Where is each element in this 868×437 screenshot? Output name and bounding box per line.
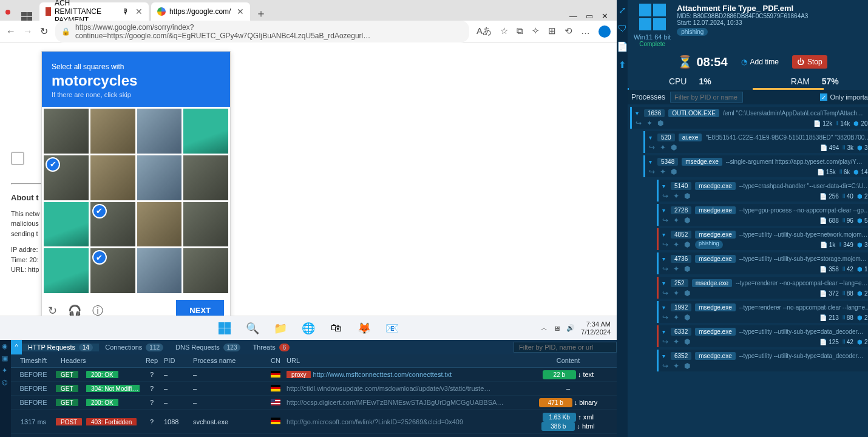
window-min-button[interactable]: — bbox=[569, 12, 577, 21]
tray-clock[interactable]: 7:34 AM 7/12/2024 bbox=[581, 320, 611, 336]
analysis-sidebar: ⤢ 🛡 📄 ⬆ Win11 64 bit Complete Attachment… bbox=[617, 0, 868, 437]
expand-icon[interactable]: ⤢ bbox=[617, 5, 628, 16]
process-row[interactable]: ▾6332msedge.exe--type=utility --utility-… bbox=[657, 325, 868, 347]
reload-button[interactable]: ↻ bbox=[40, 25, 48, 37]
translate-icon[interactable]: Aあ bbox=[476, 25, 492, 38]
http-tab[interactable]: HTTP Requests14 bbox=[22, 344, 99, 351]
upload-icon[interactable]: ⬆ bbox=[617, 59, 628, 70]
edge-icon[interactable]: 🌐 bbox=[301, 321, 316, 336]
process-row[interactable]: ▾520ai.exe"E8B51541-C22E-41E9-9BC9-51501… bbox=[643, 131, 868, 153]
store-icon[interactable]: 🛍 bbox=[329, 321, 344, 336]
back-button[interactable]: ← bbox=[6, 26, 16, 37]
captcha-cell[interactable] bbox=[137, 248, 182, 293]
window-max-button[interactable]: ▭ bbox=[586, 12, 593, 21]
more-icon[interactable]: … bbox=[581, 25, 590, 38]
cpu-gauge: CPU 1% bbox=[628, 73, 753, 90]
collapse-button[interactable]: ^ bbox=[11, 340, 22, 354]
new-tab-button[interactable]: ＋ bbox=[253, 6, 270, 21]
search-icon[interactable]: 🔍 bbox=[245, 321, 260, 336]
process-row[interactable]: ▾4736msedge.exe--type=utility --utility-… bbox=[657, 252, 868, 274]
stop-button[interactable]: ⏻Stop bbox=[792, 55, 827, 69]
http-row[interactable]: BEFOREGET304: Not Modifi…?––http://ctldl… bbox=[11, 382, 617, 396]
process-row[interactable]: ▾252msedge.exe--type=renderer --no-appco… bbox=[657, 277, 868, 299]
captcha-cell[interactable] bbox=[137, 155, 182, 200]
captcha-cell[interactable] bbox=[90, 155, 135, 200]
captcha-cell[interactable] bbox=[183, 202, 228, 247]
page-content: About t This netw malicious sending t IP… bbox=[0, 42, 617, 316]
chevron-up-icon[interactable]: ︿ bbox=[541, 324, 548, 333]
captcha-cell[interactable] bbox=[90, 202, 135, 247]
captcha-cell[interactable] bbox=[90, 109, 135, 154]
behind-content: About t This netw malicious sending t IP… bbox=[11, 152, 41, 275]
globe-icon[interactable]: ◉ bbox=[2, 342, 9, 350]
collections-icon[interactable]: ✧ bbox=[532, 25, 540, 38]
add-time-button[interactable]: ◔Add time bbox=[736, 55, 784, 69]
process-row[interactable]: ▾4852msedge.exe--type=utility --utility-… bbox=[657, 228, 868, 250]
attachment-title: Attachment File Type_ PDF.eml bbox=[677, 4, 868, 13]
profile-dot-icon bbox=[5, 10, 10, 15]
tab-mic-icon: 🎙 bbox=[122, 7, 129, 16]
process-row[interactable]: ▾1636OUTLOOK.EXE/eml "C:\Users\admin\App… bbox=[630, 107, 868, 129]
outlook-icon[interactable]: 📧 bbox=[385, 321, 399, 336]
window-close-button[interactable]: ✕ bbox=[602, 12, 608, 21]
http-row[interactable]: BEFOREGET200: OK?––proxy http://www.msft… bbox=[11, 368, 617, 382]
start-button[interactable] bbox=[217, 321, 232, 336]
windows-taskbar: 🔍 📁 🌐 🛍 🦊 📧 ︿ 🖥 🔊 7:34 AM 7/12/2024 bbox=[0, 316, 617, 340]
file-icon[interactable]: 📄 bbox=[617, 41, 628, 52]
process-row[interactable]: ▾2728msedge.exe--type=gpu-process --no-a… bbox=[657, 204, 868, 226]
captcha-cell[interactable] bbox=[137, 202, 182, 247]
captcha-cell[interactable] bbox=[44, 202, 89, 247]
leaf-icon[interactable]: ✦ bbox=[2, 367, 9, 374]
shield-icon[interactable]: 🛡 bbox=[617, 23, 628, 34]
os-label: Win11 64 bit Complete bbox=[634, 33, 671, 47]
captcha-cell[interactable] bbox=[44, 109, 89, 154]
close-icon[interactable]: ✕ bbox=[237, 7, 244, 16]
close-icon[interactable]: ✕ bbox=[135, 7, 143, 16]
captcha-cell[interactable] bbox=[90, 248, 135, 293]
captcha-cell[interactable] bbox=[183, 248, 228, 293]
firefox-icon[interactable]: 🦊 bbox=[357, 321, 371, 336]
captcha-cell[interactable] bbox=[183, 109, 228, 154]
captcha-cell[interactable] bbox=[44, 248, 89, 293]
http-tab[interactable]: Threats6 bbox=[246, 344, 296, 351]
url-text: https://www.google.com/sorry/index?conti… bbox=[75, 23, 463, 40]
sound-icon[interactable]: 🔊 bbox=[566, 324, 575, 332]
copilot-icon[interactable] bbox=[598, 25, 611, 38]
power-icon: ⏻ bbox=[797, 58, 804, 66]
captcha-grid bbox=[42, 107, 230, 295]
tab-favicon-icon bbox=[157, 7, 166, 16]
bug-icon[interactable]: ⌬ bbox=[2, 379, 9, 386]
favorite-icon[interactable]: ☆ bbox=[500, 25, 508, 38]
http-tab[interactable]: DNS Requests123 bbox=[169, 344, 246, 351]
os-logo-icon bbox=[639, 4, 666, 30]
explorer-icon[interactable]: 📁 bbox=[273, 321, 288, 336]
lock-icon: 🔒 bbox=[61, 27, 70, 36]
captcha-cell[interactable] bbox=[44, 155, 89, 200]
http-tab[interactable]: Connections112 bbox=[99, 344, 169, 351]
workspaces-icon[interactable] bbox=[21, 12, 32, 21]
phishing-tag[interactable]: phishing bbox=[677, 28, 708, 36]
tab-ach[interactable]: ACH REMITTANCE PAYMENT 🎙 ✕ bbox=[39, 2, 149, 21]
url-input[interactable]: 🔒 https://www.google.com/sorry/index?con… bbox=[55, 21, 469, 42]
captcha-header: Select all squares with motorcycles If t… bbox=[42, 52, 230, 107]
network-icon[interactable]: 🖥 bbox=[554, 325, 560, 332]
process-filter-input[interactable] bbox=[670, 92, 743, 103]
recaptcha-checkbox[interactable] bbox=[11, 152, 24, 165]
split-icon[interactable]: ⧉ bbox=[517, 25, 523, 38]
process-row[interactable]: ▾1992msedge.exe--type=renderer --no-appc… bbox=[657, 301, 868, 323]
process-row[interactable]: ▾5348msedge.exe--single-argument https:/… bbox=[643, 155, 868, 177]
process-row[interactable]: ▾6352msedge.exe--type=utility --utility-… bbox=[657, 350, 868, 371]
tab-google[interactable]: https://google.com/ ✕ bbox=[151, 2, 250, 21]
timer-icon: ⏳ bbox=[677, 55, 693, 69]
sync-icon[interactable]: ⟲ bbox=[565, 25, 572, 38]
cube-icon[interactable]: ▣ bbox=[2, 354, 9, 362]
http-filter-input[interactable] bbox=[514, 342, 617, 353]
only-important-toggle[interactable]: ✓Only important bbox=[820, 93, 868, 101]
process-row[interactable]: ▾5140msedge.exe--type=crashpad-handler "… bbox=[657, 180, 868, 202]
captcha-cell[interactable] bbox=[137, 109, 182, 154]
captcha-cell[interactable] bbox=[183, 155, 228, 200]
http-panel: ◉ ▣ ✦ ⌬ ^ HTTP Requests14Connections112D… bbox=[0, 340, 617, 437]
http-row[interactable]: 1317 msPOST403: Forbidden?1088svchost.ex… bbox=[11, 410, 617, 434]
extensions-icon[interactable]: ⊞ bbox=[548, 25, 556, 38]
http-row[interactable]: BEFOREGET200: OK?––http://ocsp.digicert.… bbox=[11, 396, 617, 410]
